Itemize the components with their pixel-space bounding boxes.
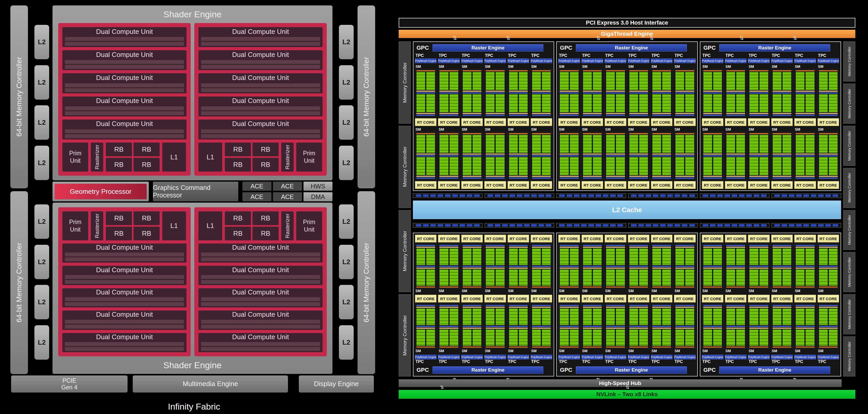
- cuda-core-column: [416, 157, 425, 175]
- register-stripe: [796, 153, 814, 155]
- cuda-core-grid: [560, 94, 579, 112]
- sm-core: [817, 132, 839, 180]
- polymorph-engine: PolyMorph Engine: [628, 355, 649, 359]
- memory-interface-square: [502, 224, 508, 227]
- register-stripe: [583, 306, 602, 308]
- memory-interface-square: [517, 224, 522, 227]
- register-stripe: [560, 268, 579, 269]
- sm-core: [604, 69, 626, 117]
- rb-grid: RBRBRBRB: [225, 211, 279, 240]
- compute-unit-bar: [201, 342, 320, 346]
- dual-compute-unit: Dual Compute Unit: [198, 120, 322, 140]
- cuda-core-grid: [703, 135, 722, 153]
- memory-interface-square: [732, 224, 737, 227]
- cuda-core-column: [583, 329, 592, 346]
- sm-label: SM: [771, 127, 793, 132]
- cuda-core-column: [639, 135, 648, 153]
- compute-unit-bar: [65, 42, 184, 46]
- rt-core: RT CORE: [674, 295, 695, 302]
- sm-label: SM: [531, 349, 552, 353]
- sm-unit: SMRT CORE: [702, 127, 723, 189]
- register-stripe: [675, 246, 694, 248]
- cache-stripe: [560, 245, 579, 246]
- sm-core: [558, 132, 580, 180]
- cuda-core-grid: [796, 269, 814, 286]
- register-stripe: [416, 153, 435, 155]
- ace-unit: ACE: [273, 182, 302, 191]
- register-stripe: [486, 246, 504, 248]
- memory-interface-square: [675, 224, 680, 227]
- memory-interface-square: [631, 194, 637, 197]
- display-engine-block: Display Engine: [299, 376, 374, 392]
- register-stripe: [652, 246, 671, 248]
- l2-cache-block: L2: [339, 325, 354, 360]
- memory-interface-square: [595, 194, 601, 197]
- compute-unit-bar: [65, 325, 184, 329]
- raster-engine: Raster Engine: [719, 44, 830, 52]
- memory-controller-label: Memory Controller: [847, 215, 851, 245]
- cuda-core-column: [675, 94, 684, 112]
- cuda-core-column: [829, 94, 838, 112]
- cache-stripe: [560, 92, 579, 94]
- register-stripe: [726, 91, 745, 92]
- rt-core: RT CORE: [748, 235, 769, 242]
- cuda-core-grid: [532, 135, 551, 153]
- rt-core: RT CORE: [461, 295, 483, 302]
- cuda-core-column: [606, 135, 615, 153]
- compute-unit-bar: [201, 325, 320, 329]
- memory-controller-block: Memory Controller: [843, 41, 855, 82]
- cuda-core-grid: [509, 94, 528, 112]
- scheduler-stripe: [773, 347, 792, 348]
- l2-cache-band: L2 Cache: [413, 201, 841, 219]
- polymorph-engine: PolyMorph Engine: [582, 58, 603, 63]
- memory-interface-square: [774, 224, 780, 227]
- sm-core: [415, 132, 436, 180]
- scheduler-stripe: [675, 347, 694, 348]
- sm-label: SM: [558, 289, 580, 293]
- cuda-core-column: [542, 248, 551, 265]
- compute-unit-bar: [65, 65, 184, 69]
- sm-core: [461, 244, 483, 289]
- register-stripe: [726, 153, 745, 155]
- cuda-core-column: [560, 248, 569, 265]
- register-stripe: [819, 328, 838, 329]
- cache-stripe: [486, 115, 504, 116]
- register-stripe: [796, 113, 814, 114]
- cuda-core-column: [675, 135, 684, 153]
- cuda-core-column: [736, 72, 745, 90]
- scheduler-stripe: [439, 133, 458, 134]
- memory-interface-square: [833, 224, 838, 227]
- cuda-core-column: [472, 308, 482, 325]
- tpc: TPCPolyMorph EngineSMRT CORESMRT CORE: [725, 53, 746, 189]
- memory-interface-square: [488, 194, 493, 197]
- cuda-core-grid: [629, 94, 648, 112]
- sm-core: [674, 244, 695, 289]
- rt-core: RT CORE: [604, 181, 626, 189]
- cuda-core-column: [726, 72, 735, 90]
- polymorph-engine: PolyMorph Engine: [794, 355, 816, 359]
- sm-label: SM: [604, 289, 626, 293]
- prim-unit-label-line: Unit: [304, 226, 315, 233]
- rt-core: RT CORE: [438, 235, 460, 242]
- memory-interface-square: [538, 194, 544, 197]
- nvidia-gpu-diagram: PCI Express 3.0 Host Interface GigaThrea…: [399, 0, 855, 414]
- dual-compute-unit: Dual Compute Unit: [198, 288, 322, 307]
- scheduler-stripe: [796, 347, 814, 348]
- scheduler-stripe: [560, 287, 579, 288]
- cuda-core-grid: [439, 248, 458, 265]
- cuda-core-column: [805, 329, 814, 346]
- memory-controller-label: 64-bit Memory Controller: [15, 57, 23, 137]
- register-stripe: [726, 113, 745, 114]
- memory-interface-square: [416, 224, 422, 227]
- cuda-core-column: [773, 308, 782, 325]
- cuda-core-grid: [652, 157, 671, 175]
- cuda-core-column: [519, 269, 528, 286]
- cuda-core-column: [463, 248, 472, 265]
- sm-core: [651, 304, 673, 349]
- sm-core: [748, 244, 769, 289]
- cuda-core-column: [685, 329, 694, 346]
- cache-stripe: [652, 326, 671, 327]
- command-processor-strip: Geometry Processor Graphics Command Proc…: [53, 182, 333, 201]
- cuda-core-grid: [486, 135, 504, 153]
- sm-label: SM: [461, 127, 483, 132]
